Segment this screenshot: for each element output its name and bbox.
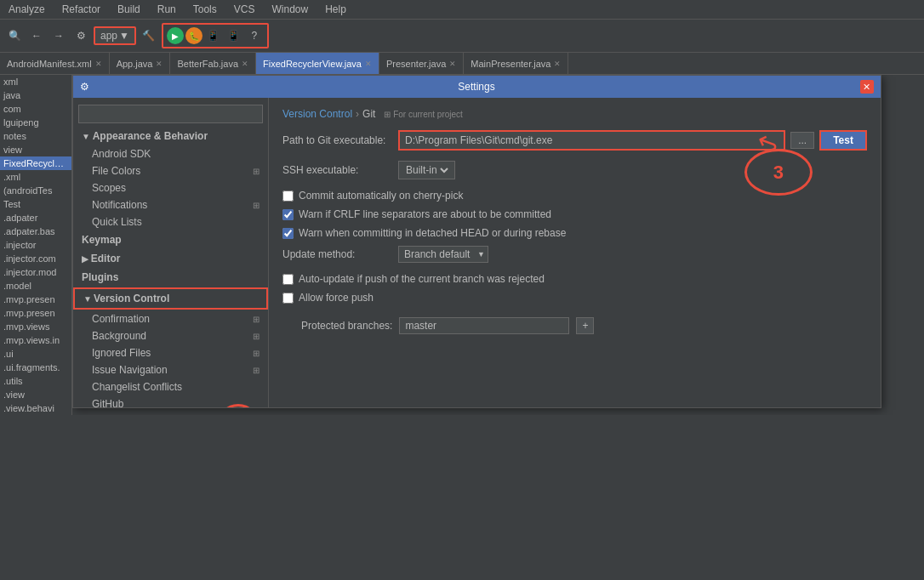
update-method-select[interactable]: Branch default [398, 246, 488, 263]
tab-close-5[interactable]: ✕ [554, 60, 561, 68]
tab-label-2: BetterFab.java [177, 59, 238, 69]
file-tree-item[interactable]: .ui [0, 347, 71, 361]
sidebar-item-file-colors[interactable]: File Colors ⊞ [73, 162, 268, 179]
menu-analyze[interactable]: Analyze [5, 2, 48, 17]
file-tree-item[interactable]: .view.behavi [0, 401, 71, 415]
menu-build[interactable]: Build [114, 2, 144, 17]
dialog-title: Settings [458, 81, 494, 93]
ssh-select[interactable]: Built-in [398, 161, 455, 179]
file-tree-item[interactable]: com [0, 102, 71, 116]
ssh-select-input[interactable]: Built-in [402, 163, 451, 177]
file-tree-item[interactable]: .mvp.views.in [0, 333, 71, 347]
tab-0[interactable]: AndroidManifest.xml ✕ [0, 53, 110, 75]
file-tree-item[interactable]: .view [0, 388, 71, 401]
file-tree-item[interactable]: .injector.mod [0, 265, 71, 279]
sidebar-item-notifications[interactable]: Notifications ⊞ [73, 196, 268, 213]
settings-search-input[interactable] [78, 105, 263, 123]
tab-close-1[interactable]: ✕ [156, 60, 163, 68]
sidebar-item-android-sdk[interactable]: Android SDK [73, 145, 268, 162]
file-tree-item[interactable]: .injector.com [0, 252, 71, 265]
git-path-input[interactable] [398, 130, 785, 151]
android-debug-icon[interactable]: 📱 [225, 26, 243, 45]
file-tree-item[interactable]: .model [0, 279, 71, 293]
annotation-label-3: 3 [773, 162, 784, 184]
file-tree-item[interactable]: .injector [0, 238, 71, 252]
sidebar-item-scopes[interactable]: Scopes [73, 179, 268, 196]
android-run-icon[interactable]: 📱 [204, 26, 223, 45]
sidebar-item-keymap[interactable]: Keymap [73, 230, 268, 249]
file-tree-item[interactable]: java [0, 88, 71, 102]
sidebar-item-editor[interactable]: Editor [73, 249, 268, 268]
tab-1[interactable]: App.java ✕ [110, 53, 171, 75]
git-path-browse-button[interactable]: ... [790, 132, 814, 149]
tab-close-3[interactable]: ✕ [365, 60, 372, 68]
app-dropdown-arrow: ▼ [119, 30, 129, 42]
update-method-label: Update method: [282, 248, 393, 260]
menu-tools[interactable]: Tools [190, 2, 220, 17]
sidebar-item-confirmation[interactable]: Confirmation ⊞ [73, 310, 268, 327]
toolbar-icon-search[interactable]: 🔍 [5, 26, 24, 45]
protected-branches-add-button[interactable]: + [576, 317, 594, 334]
background-icon: ⊞ [253, 332, 260, 341]
checkbox-row-crlf: Warn if CRLF line separators are about t… [282, 208, 867, 220]
tab-4[interactable]: Presenter.java ✕ [379, 53, 464, 75]
file-tree-item[interactable]: view [0, 143, 71, 156]
app-label: app [100, 30, 117, 42]
breadcrumb-version-control[interactable]: Version Control [282, 108, 352, 120]
file-tree-item[interactable]: (androidTes [0, 184, 71, 197]
tab-close-4[interactable]: ✕ [449, 60, 456, 68]
file-tree-item[interactable]: Test [0, 197, 71, 211]
menu-refactor[interactable]: Refactor [59, 2, 104, 17]
tab-close-2[interactable]: ✕ [242, 60, 248, 68]
file-tree-item[interactable]: notes [0, 129, 71, 143]
toolbar-icon-back[interactable]: ← [27, 26, 46, 45]
file-tree-item[interactable]: .mvp.views [0, 320, 71, 333]
run-button[interactable]: ▶ [167, 27, 184, 44]
toolbar-icon-build[interactable]: 🔨 [140, 26, 158, 45]
debug-button[interactable]: 🐛 [185, 27, 202, 44]
sidebar-item-appearance-behavior[interactable]: Appearance & Behavior [73, 127, 268, 145]
sidebar-item-background[interactable]: Background ⊞ [73, 327, 268, 344]
menu-help[interactable]: Help [322, 2, 350, 17]
tab-2[interactable]: BetterFab.java ✕ [170, 53, 256, 75]
update-method-select-wrapper: Branch default [398, 246, 488, 263]
checkbox-crlf[interactable] [282, 209, 294, 220]
menu-run[interactable]: Run [154, 2, 180, 17]
help-icon[interactable]: ? [245, 26, 264, 45]
file-tree-item[interactable]: .adpater.bas [0, 225, 71, 238]
tab-3[interactable]: FixedRecyclerView.java ✕ [256, 53, 379, 75]
toolbar-icon-forward[interactable]: → [49, 26, 68, 45]
dialog-close-button[interactable]: ✕ [860, 80, 874, 94]
sidebar-item-issue-navigation[interactable]: Issue Navigation ⊞ [73, 361, 268, 378]
checkbox-force-push[interactable] [282, 293, 294, 304]
file-tree-item[interactable]: FixedRecyclerView [0, 156, 71, 170]
toolbar-icon-home[interactable]: ⚙ [71, 26, 90, 45]
checkbox-auto-update[interactable] [282, 274, 294, 285]
checkbox-crlf-label: Warn if CRLF line separators are about t… [299, 208, 551, 220]
tab-5[interactable]: MainPresenter.java ✕ [464, 53, 568, 75]
file-tree-item[interactable]: .ui.fragments. [0, 361, 71, 374]
checkbox-cherry-pick[interactable] [282, 190, 294, 202]
file-tree-item[interactable]: .utils [0, 374, 71, 388]
checkbox-detached[interactable] [282, 228, 294, 239]
sidebar-item-version-control[interactable]: Version Control [73, 287, 268, 310]
menu-window[interactable]: Window [268, 2, 311, 17]
menu-vcs[interactable]: VCS [231, 2, 259, 17]
sidebar-item-quick-lists[interactable]: Quick Lists [73, 213, 268, 230]
file-tree-item[interactable]: .mvp.presen [0, 293, 71, 306]
ignored-files-icon: ⊞ [253, 349, 260, 358]
sidebar-item-changelist-conflicts[interactable]: Changelist Conflicts [73, 378, 268, 395]
git-test-button[interactable]: Test [819, 130, 867, 151]
sidebar-item-plugins[interactable]: Plugins [73, 268, 268, 287]
tab-close-0[interactable]: ✕ [95, 60, 102, 68]
file-tree-item[interactable]: xml [0, 75, 71, 88]
issue-nav-icon: ⊞ [253, 366, 260, 375]
file-tree-item[interactable]: .adpater [0, 211, 71, 225]
sidebar-item-ignored-files[interactable]: Ignored Files ⊞ [73, 344, 268, 361]
file-tree-item[interactable]: .mvp.presen [0, 306, 71, 320]
app-dropdown[interactable]: app ▼ [94, 26, 136, 45]
file-tree-item[interactable]: lguipeng [0, 116, 71, 129]
protected-branches-row: Protected branches: + [301, 317, 867, 334]
protected-branches-input[interactable] [399, 317, 569, 334]
file-tree-item[interactable]: .xml [0, 170, 71, 184]
